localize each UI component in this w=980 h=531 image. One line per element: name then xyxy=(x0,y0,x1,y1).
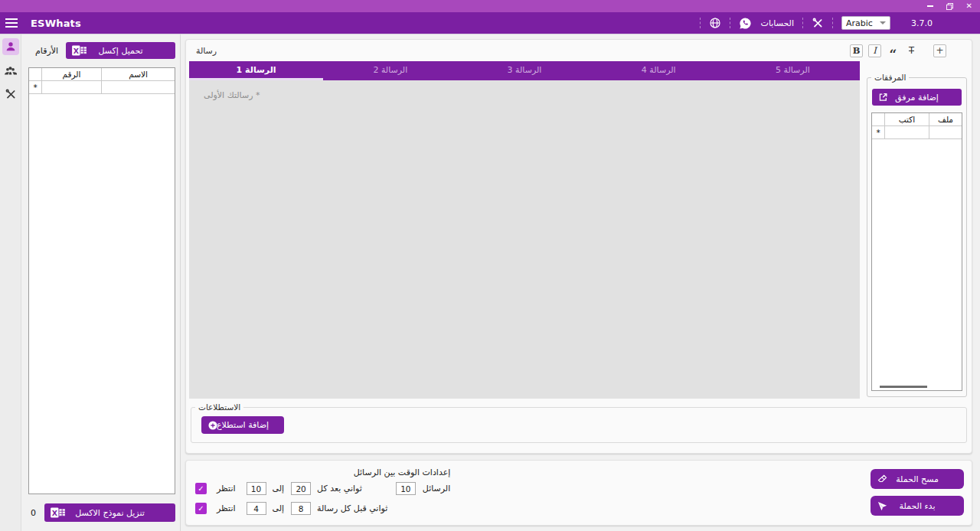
polls-group: الاستطلاعات إضافة استطلاع xyxy=(191,407,967,443)
start-campaign-button[interactable]: بدء الحملة xyxy=(871,496,964,516)
excel-icon: X xyxy=(51,507,65,519)
sidebar-item-contacts[interactable] xyxy=(2,38,19,55)
restore-icon xyxy=(946,3,953,10)
load-excel-label: تحميل إكسل xyxy=(98,46,142,56)
table-empty-area xyxy=(29,94,175,494)
load-excel-button[interactable]: X تحميل إكسل xyxy=(66,42,175,59)
whatsapp-icon[interactable] xyxy=(739,17,752,30)
number-cell[interactable] xyxy=(42,81,102,93)
main-area: رسالة B I “ T + الرسالة 1 الرسالة 2 xyxy=(181,34,980,531)
separator xyxy=(802,18,803,28)
wait-after-checkbox[interactable]: ✓ xyxy=(195,483,207,494)
wait-label: انتظر xyxy=(217,484,236,494)
tab-message-3[interactable]: الرسالة 3 xyxy=(457,61,591,80)
attachments-table[interactable]: اكتب ملف * xyxy=(871,112,962,391)
svg-text:X: X xyxy=(74,47,80,55)
left-icon-bar xyxy=(0,34,21,531)
tools-icon[interactable] xyxy=(812,17,824,29)
restore-button[interactable] xyxy=(946,3,953,10)
column-header-file[interactable]: ملف xyxy=(929,113,962,125)
language-select[interactable]: Arabic xyxy=(841,16,890,30)
header-toolbar: الحسابات Arabic 3.7.0 xyxy=(691,16,980,30)
to-label: إلى xyxy=(273,503,285,513)
tab-message-4[interactable]: الرسالة 4 xyxy=(592,61,726,80)
file-cell[interactable] xyxy=(929,126,962,138)
message-group-label: رسالة xyxy=(196,46,217,56)
window-titlebar: ✕ xyxy=(0,0,980,12)
download-template-button[interactable]: X تنزيل نموذج الاكسل xyxy=(44,503,175,522)
numbers-panel: الأرقام X تحميل إكسل الرقم الاسم * xyxy=(21,34,181,531)
sidebar-item-tools[interactable] xyxy=(2,86,19,103)
download-template-label: تنزيل نموذج الاكسل xyxy=(75,508,145,518)
close-button[interactable]: ✕ xyxy=(966,2,972,10)
globe-icon[interactable] xyxy=(709,17,721,29)
wait-after-from-input[interactable] xyxy=(247,482,266,495)
eswhats-window: ✕ ESWhats الحسابات Arabic xyxy=(0,0,980,531)
to-label: إلى xyxy=(273,484,285,494)
name-cell[interactable] xyxy=(102,81,175,93)
message-card-body: الرسالة 1 الرسالة 2 الرسالة 3 الرسالة 4 … xyxy=(189,61,969,399)
clear-campaign-button[interactable]: مسح الحملة xyxy=(871,469,964,489)
open-file-icon xyxy=(878,93,888,103)
numbers-panel-footer: 0 X تنزيل نموذج الاكسل xyxy=(28,503,175,522)
svg-text:X: X xyxy=(52,509,58,517)
table-row[interactable]: * xyxy=(29,81,175,94)
chevron-down-icon xyxy=(880,21,886,24)
messages-label: الرسائل xyxy=(423,484,450,494)
type-cell[interactable] xyxy=(885,126,929,138)
column-header-number[interactable]: الرقم xyxy=(42,68,102,80)
sidebar-item-groups[interactable] xyxy=(2,62,19,79)
add-message-button[interactable]: + xyxy=(933,44,946,57)
minimize-button[interactable] xyxy=(927,5,933,7)
format-toolbar: B I “ T + xyxy=(850,44,946,57)
timing-row-before: ✓ انتظر إلى ثواني قبل كل رسالة xyxy=(195,500,450,517)
polls-title: الاستطلاعات xyxy=(195,402,243,412)
add-poll-button[interactable]: إضافة استطلاع xyxy=(201,416,284,434)
add-poll-label: إضافة استطلاع xyxy=(217,420,269,430)
seconds-after-label: ثواني بعد كل xyxy=(317,484,362,494)
people-group-icon xyxy=(4,64,17,77)
message-text-input[interactable] xyxy=(189,80,860,399)
add-attachment-label: إضافة مرفق xyxy=(895,93,939,103)
plus-circle-icon xyxy=(207,420,218,431)
wait-label: انتظر xyxy=(217,503,236,513)
attachments-column: المرفقات إضافة مرفق اكتب xyxy=(860,61,969,399)
tab-message-5[interactable]: الرسالة 5 xyxy=(726,61,860,80)
app-title: ESWhats xyxy=(31,18,81,29)
eraser-icon xyxy=(877,474,888,485)
italic-button[interactable]: I xyxy=(868,44,881,57)
timing-settings: إعدادات الوقت بين الرسائل ✓ انتظر إلى ثو… xyxy=(186,461,450,525)
wait-before-from-input[interactable] xyxy=(247,502,266,515)
check-icon: ✓ xyxy=(198,484,204,493)
numbers-table[interactable]: الرقم الاسم * xyxy=(28,67,175,494)
check-icon: ✓ xyxy=(198,504,204,513)
quote-button[interactable]: “ xyxy=(887,44,900,57)
attachments-title: المرفقات xyxy=(871,73,909,82)
wait-after-to-input[interactable] xyxy=(291,482,311,495)
separator xyxy=(700,18,701,28)
numbers-panel-header: الأرقام X تحميل إكسل xyxy=(28,42,175,59)
hamburger-menu-icon[interactable] xyxy=(5,18,18,28)
column-header-name[interactable]: الاسم xyxy=(102,68,175,80)
messages-count-input[interactable] xyxy=(396,482,416,495)
numbers-table-header: الرقم الاسم xyxy=(29,68,175,81)
message-editor-column: الرسالة 1 الرسالة 2 الرسالة 3 الرسالة 4 … xyxy=(189,61,860,399)
wait-before-checkbox[interactable]: ✓ xyxy=(195,503,207,514)
table-row[interactable]: * xyxy=(872,126,962,139)
accounts-link[interactable]: الحسابات xyxy=(761,18,794,28)
column-header-type[interactable]: اكتب xyxy=(885,113,929,125)
app-header: ESWhats الحسابات Arabic 3.7.0 xyxy=(0,12,980,34)
seconds-before-label: ثواني قبل كل رسالة xyxy=(317,503,387,513)
wait-before-to-input[interactable] xyxy=(291,502,311,515)
tab-message-1[interactable]: الرسالة 1 xyxy=(189,61,323,80)
numbers-count: 0 xyxy=(28,508,38,518)
horizontal-scrollbar[interactable] xyxy=(880,386,927,388)
bold-button[interactable]: B xyxy=(850,44,863,57)
excel-icon: X xyxy=(72,45,87,57)
tab-message-2[interactable]: الرسالة 2 xyxy=(323,61,457,80)
strikethrough-button[interactable]: T xyxy=(905,44,918,57)
table-empty-area xyxy=(872,139,962,390)
add-attachment-button[interactable]: إضافة مرفق xyxy=(872,89,962,106)
clear-campaign-label: مسح الحملة xyxy=(896,474,939,484)
send-icon xyxy=(877,500,888,512)
